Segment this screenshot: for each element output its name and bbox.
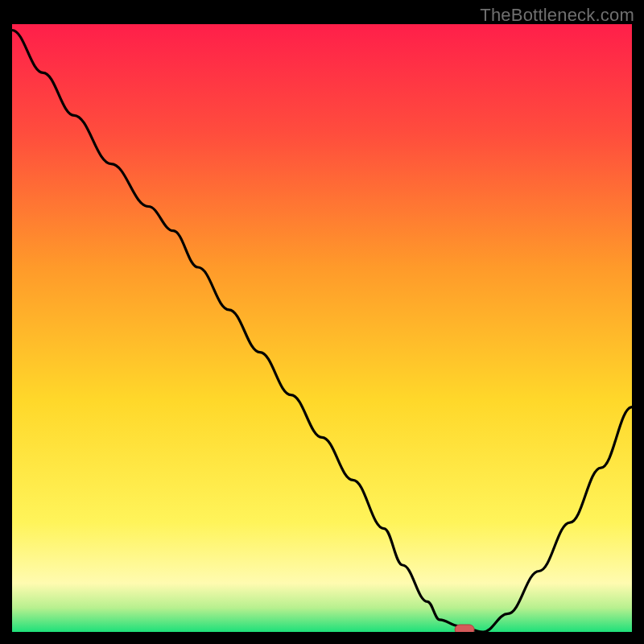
svg-rect-0 [455,625,474,632]
watermark-text: TheBottleneck.com [480,5,634,26]
gradient-background [12,24,632,632]
optimum-marker [455,625,474,632]
chart-frame: TheBottleneck.com [0,0,644,644]
chart-svg [12,24,632,632]
plot-area [12,24,632,632]
